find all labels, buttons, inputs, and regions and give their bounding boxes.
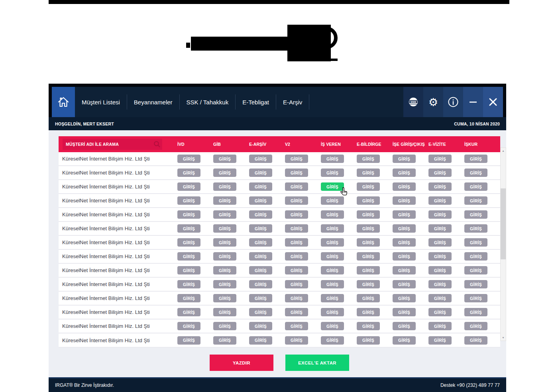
- giris-button[interactable]: GİRİŞ: [177, 210, 200, 219]
- giris-button[interactable]: GİRİŞ: [249, 196, 272, 205]
- giris-button[interactable]: GİRİŞ: [213, 155, 236, 163]
- giris-button[interactable]: GİRİŞ: [285, 224, 308, 233]
- giris-button[interactable]: GİRİŞ: [249, 169, 272, 177]
- scrollbar[interactable]: ▲ ▼: [500, 147, 506, 341]
- giris-button[interactable]: GİRİŞ: [249, 308, 272, 316]
- giris-button[interactable]: GİRİŞ: [428, 196, 452, 205]
- giris-button[interactable]: GİRİŞ: [321, 266, 344, 274]
- giris-button[interactable]: GİRİŞ: [357, 155, 380, 163]
- giris-button[interactable]: GİRİŞ: [213, 224, 236, 233]
- giris-button[interactable]: GİRİŞ: [321, 294, 344, 302]
- giris-button[interactable]: GİRİŞ: [285, 155, 308, 163]
- giris-button[interactable]: GİRİŞ: [393, 224, 416, 233]
- giris-button[interactable]: GİRİŞ: [428, 169, 452, 177]
- giris-button[interactable]: GİRİŞ: [321, 252, 344, 261]
- scroll-down-arrow[interactable]: ▼: [501, 335, 506, 341]
- giris-button[interactable]: GİRİŞ: [285, 266, 308, 274]
- export-excel-button[interactable]: EXCEL'E AKTAR: [285, 355, 349, 371]
- giris-button[interactable]: GİRİŞ: [464, 155, 487, 163]
- giris-button[interactable]: GİRİŞ: [357, 294, 380, 302]
- giris-button[interactable]: GİRİŞ: [428, 308, 452, 316]
- giris-button[interactable]: GİRİŞ: [393, 169, 416, 177]
- giris-button[interactable]: GİRİŞ: [321, 322, 344, 330]
- giris-button[interactable]: GİRİŞ: [177, 252, 200, 261]
- giris-button[interactable]: GİRİŞ: [357, 169, 380, 177]
- giris-button[interactable]: GİRİŞ: [357, 308, 380, 316]
- giris-button[interactable]: GİRİŞ: [177, 322, 200, 330]
- giris-button[interactable]: GİRİŞ: [428, 182, 452, 191]
- giris-button[interactable]: GİRİŞ: [464, 266, 487, 274]
- giris-button[interactable]: GİRİŞ: [428, 294, 452, 302]
- giris-button[interactable]: GİRİŞ: [177, 224, 200, 233]
- home-button[interactable]: [52, 87, 75, 117]
- giris-button[interactable]: GİRİŞ: [249, 252, 272, 261]
- giris-button[interactable]: GİRİŞ: [213, 280, 236, 288]
- giris-button[interactable]: GİRİŞ: [428, 280, 452, 288]
- giris-button[interactable]: GİRİŞ: [357, 196, 380, 205]
- giris-button[interactable]: GİRİŞ: [464, 252, 487, 261]
- search-input[interactable]: [63, 139, 152, 150]
- giris-button[interactable]: GİRİŞ: [428, 252, 452, 261]
- giris-button[interactable]: GİRİŞ: [285, 280, 308, 288]
- giris-button[interactable]: GİRİŞ: [321, 182, 344, 191]
- giris-button[interactable]: GİRİŞ: [249, 266, 272, 274]
- giris-button[interactable]: GİRİŞ: [213, 210, 236, 219]
- info-button[interactable]: [443, 87, 463, 117]
- giris-button[interactable]: GİRİŞ: [321, 238, 344, 247]
- giris-button[interactable]: GİRİŞ: [393, 252, 416, 261]
- giris-button[interactable]: GİRİŞ: [357, 280, 380, 288]
- giris-button[interactable]: GİRİŞ: [393, 238, 416, 247]
- giris-button[interactable]: GİRİŞ: [357, 322, 380, 330]
- giris-button[interactable]: GİRİŞ: [357, 238, 380, 247]
- giris-button[interactable]: GİRİŞ: [321, 196, 344, 205]
- giris-button[interactable]: GİRİŞ: [464, 210, 487, 219]
- giris-button[interactable]: GİRİŞ: [393, 196, 416, 205]
- giris-button[interactable]: GİRİŞ: [213, 266, 236, 274]
- giris-button[interactable]: GİRİŞ: [393, 155, 416, 163]
- giris-button[interactable]: GİRİŞ: [249, 155, 272, 163]
- giris-button[interactable]: GİRİŞ: [249, 294, 272, 302]
- giris-button[interactable]: GİRİŞ: [177, 336, 200, 345]
- giris-button[interactable]: GİRİŞ: [464, 238, 487, 247]
- nav-item-e-tebligat[interactable]: E-Tebligat: [236, 87, 276, 117]
- giris-button[interactable]: GİRİŞ: [393, 294, 416, 302]
- giris-button[interactable]: GİRİŞ: [393, 266, 416, 274]
- giris-button[interactable]: GİRİŞ: [213, 336, 236, 345]
- giris-button[interactable]: GİRİŞ: [285, 308, 308, 316]
- giris-button[interactable]: GİRİŞ: [357, 182, 380, 191]
- giris-button[interactable]: GİRİŞ: [393, 322, 416, 330]
- giris-button[interactable]: GİRİŞ: [321, 224, 344, 233]
- giris-button[interactable]: GİRİŞ: [285, 196, 308, 205]
- giris-button[interactable]: GİRİŞ: [177, 238, 200, 247]
- giris-button[interactable]: GİRİŞ: [357, 224, 380, 233]
- print-button[interactable]: YAZDIR: [210, 355, 273, 371]
- giris-button[interactable]: GİRİŞ: [321, 280, 344, 288]
- giris-button[interactable]: GİRİŞ: [428, 336, 452, 345]
- giris-button[interactable]: GİRİŞ: [285, 210, 308, 219]
- giris-button[interactable]: GİRİŞ: [321, 308, 344, 316]
- nav-item-e-arsiv[interactable]: E-Arşiv: [276, 87, 309, 117]
- close-button[interactable]: [483, 87, 503, 117]
- giris-button[interactable]: GİRİŞ: [357, 210, 380, 219]
- giris-button[interactable]: GİRİŞ: [249, 280, 272, 288]
- scroll-track[interactable]: [501, 154, 506, 335]
- giris-button[interactable]: GİRİŞ: [177, 266, 200, 274]
- giris-button[interactable]: GİRİŞ: [321, 169, 344, 177]
- giris-button[interactable]: GİRİŞ: [393, 280, 416, 288]
- giris-button[interactable]: GİRİŞ: [357, 336, 380, 345]
- giris-button[interactable]: GİRİŞ: [213, 322, 236, 330]
- giris-button[interactable]: GİRİŞ: [464, 308, 487, 316]
- giris-button[interactable]: GİRİŞ: [249, 182, 272, 191]
- giris-button[interactable]: GİRİŞ: [428, 238, 452, 247]
- giris-button[interactable]: GİRİŞ: [177, 294, 200, 302]
- giris-button[interactable]: GİRİŞ: [177, 196, 200, 205]
- nav-item-musteri-listesi[interactable]: Müşteri Listesi: [75, 87, 127, 117]
- giris-button[interactable]: GİRİŞ: [177, 155, 200, 163]
- giris-button[interactable]: GİRİŞ: [321, 336, 344, 345]
- giris-button[interactable]: GİRİŞ: [393, 182, 416, 191]
- giris-button[interactable]: GİRİŞ: [177, 280, 200, 288]
- scroll-thumb[interactable]: [501, 188, 506, 259]
- giris-button[interactable]: GİRİŞ: [213, 238, 236, 247]
- giris-button[interactable]: GİRİŞ: [213, 182, 236, 191]
- giris-button[interactable]: GİRİŞ: [249, 322, 272, 330]
